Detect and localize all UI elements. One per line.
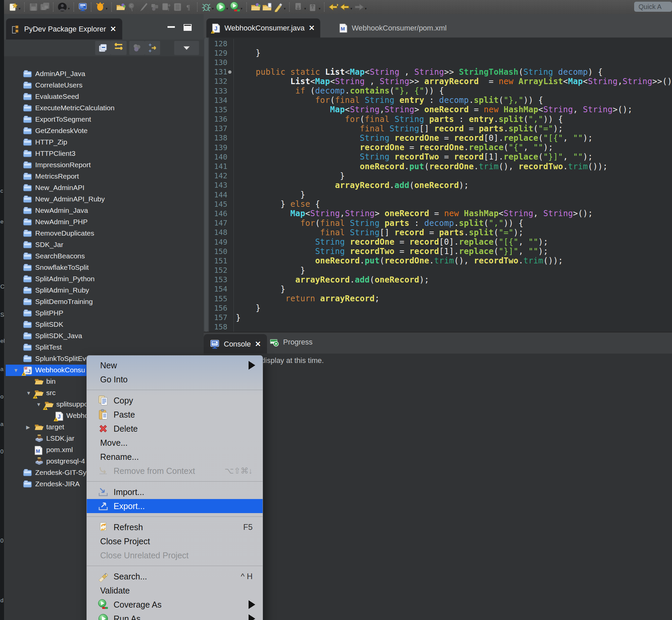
tree-item-adminapi-java[interactable]: AdminAPI_Java (4, 68, 204, 80)
registry-icon[interactable] (172, 1, 183, 13)
mark-occurrences-icon[interactable] (273, 1, 284, 13)
show-whitespace-icon[interactable]: ¶ (183, 1, 194, 13)
menu-item-label: Import... (114, 487, 145, 497)
focus-task-icon[interactable] (145, 41, 160, 55)
tree-item-searchbeacons[interactable]: SearchBeacons (4, 251, 204, 262)
menu-item-export[interactable]: Export... (87, 499, 263, 513)
tree-item-snowflaketosplit[interactable]: SnowflakeToSplit (4, 262, 204, 273)
menu-item-go-into[interactable]: Go Into (87, 372, 263, 386)
debug-icon[interactable] (201, 1, 212, 13)
tree-item-splitphp[interactable]: SplitPHP (4, 308, 204, 319)
menu-item-coverage-as[interactable]: Coverage As (87, 598, 263, 612)
team-sync-icon[interactable]: C (126, 1, 138, 13)
tree-item-splitsdk-java[interactable]: SplitSDK_Java (4, 330, 204, 342)
collapse-arrow-icon[interactable]: ▼ (36, 402, 41, 407)
java-editor[interactable]: 128129 }130131 public static List<Map<St… (204, 38, 672, 332)
user-profile-icon[interactable] (57, 1, 68, 13)
compare-icon[interactable] (161, 1, 172, 13)
menu-item-move[interactable]: Move... (87, 436, 263, 450)
tree-item-splitadmin-python[interactable]: SplitAdmin_Python (4, 273, 204, 285)
save-icon[interactable] (28, 1, 39, 13)
svg-text:M: M (36, 448, 40, 454)
expand-arrow-icon[interactable]: ▶ (26, 424, 30, 430)
annotation-ruler[interactable] (204, 38, 209, 332)
tree-item-new-adminapi-ruby[interactable]: New_AdminAPI_Ruby (4, 194, 204, 205)
java-file-icon: J (55, 411, 65, 421)
menu-item-validate[interactable]: Validate (87, 583, 263, 598)
tree-item-newadmin-java[interactable]: NewAdmin_Java (4, 205, 204, 216)
project-icon (23, 331, 33, 341)
menu-item-search[interactable]: Search...^ H (87, 569, 263, 583)
menu-item-close-project[interactable]: Close Project (87, 534, 263, 548)
menu-item-label: Paste (114, 410, 135, 420)
close-icon[interactable]: ✕ (110, 25, 116, 34)
forward-icon[interactable] (353, 1, 365, 13)
last-edit-location-icon[interactable] (328, 1, 339, 13)
tree-item-new-adminapi[interactable]: New_AdminAPI (4, 182, 204, 194)
tree-item-removeduplicates[interactable]: RemoveDuplicates (4, 228, 204, 239)
open-task-icon[interactable] (115, 1, 126, 13)
console-tab-progress[interactable]: Progress (269, 337, 313, 347)
open-clipboard-icon[interactable] (261, 1, 273, 13)
open-resource-icon[interactable] (250, 1, 261, 13)
save-all-icon[interactable] (39, 1, 51, 13)
code-line-154: 154 } (209, 285, 672, 294)
tree-item-splitadmin-ruby[interactable]: SplitAdmin_Ruby (4, 285, 204, 296)
tree-item-newadmin-php[interactable]: NewAdmin_PHP (4, 216, 204, 228)
menu-item-import[interactable]: Import... (87, 485, 263, 499)
coverage-icon[interactable] (229, 1, 241, 13)
project-icon (23, 343, 33, 352)
tree-item-splitdemotraining[interactable]: SplitDemoTraining (4, 296, 204, 308)
tree-item-http-zip[interactable]: HTTP_Zip (4, 137, 204, 148)
back-icon[interactable] (339, 1, 350, 13)
filters-icon[interactable] (129, 41, 145, 55)
menu-item-delete[interactable]: Delete (87, 422, 263, 436)
menu-item-paste[interactable]: Paste (87, 408, 263, 422)
tree-item-exporttosegment[interactable]: ExportToSegment (4, 114, 204, 125)
maximize-button[interactable] (183, 24, 191, 31)
menu-item-copy[interactable]: Copy (87, 394, 263, 408)
tree-item-label: postgresql-4 (46, 457, 85, 465)
tree-item-evaluateseed[interactable]: EvaluateSeed (4, 91, 204, 103)
menu-item-label: Run As (114, 614, 141, 620)
tree-item-correlateusers[interactable]: CorrelateUsers (4, 80, 204, 91)
quick-access-box[interactable]: Quick A (634, 2, 672, 12)
menu-item-rename[interactable]: Rename... (87, 450, 263, 464)
plugins-icon[interactable] (149, 1, 161, 13)
tree-item-getzendeskvote[interactable]: GetZendeskVote (4, 125, 204, 137)
close-icon[interactable]: ✕ (255, 340, 261, 349)
editor-tab-webhookconsumer-pom-xml[interactable]: MWebhookConsumer/pom.xml (334, 18, 452, 38)
view-menu-icon[interactable] (174, 41, 199, 55)
project-icon (23, 160, 33, 170)
line-number: 143 (209, 180, 234, 190)
menu-item-run-as[interactable]: Run As (87, 612, 263, 620)
next-annotation-icon[interactable] (293, 1, 304, 13)
collapse-all-icon[interactable] (95, 41, 111, 55)
console-view: No consoles to display at this time. (204, 354, 672, 620)
prev-annotation-icon[interactable] (307, 1, 319, 13)
tree-item-splittest[interactable]: SplitTest (4, 342, 204, 353)
tab-pydev-package-explorer[interactable]: PyDev Package Explorer ✕ (6, 18, 122, 40)
tree-item-impressionreport[interactable]: ImpressionReport (4, 159, 204, 171)
minimize-button[interactable] (168, 26, 175, 28)
collapse-arrow-icon[interactable]: ▼ (26, 390, 31, 396)
code-line-158: 158 (209, 322, 672, 332)
tree-item-httpclient3[interactable]: HTTPClient3 (4, 148, 204, 159)
project-icon (23, 252, 33, 261)
menu-item-refresh[interactable]: RefreshF5 (87, 520, 263, 534)
mylyn-task-icon[interactable] (95, 1, 106, 13)
run-icon[interactable] (215, 1, 226, 13)
menu-item-new[interactable]: New (87, 358, 263, 372)
link-with-editor-icon[interactable] (111, 41, 127, 55)
close-icon[interactable]: ✕ (309, 24, 315, 33)
new-wizard-icon[interactable] (7, 1, 19, 13)
remote-systems-icon[interactable] (77, 1, 89, 13)
tree-item-splitsdk[interactable]: SplitSDK (4, 319, 204, 330)
tree-item-executemetriccalculation[interactable]: ExecuteMetricCalculation (4, 103, 204, 114)
tree-item-sdk-jar[interactable]: SDK_Jar (4, 239, 204, 251)
cut-tool-icon[interactable] (138, 1, 149, 13)
collapse-arrow-icon[interactable]: ▼ (13, 367, 18, 373)
editor-tab-webhookconsumer-java[interactable]: JWebhookConsumer.java✕ (206, 18, 320, 38)
console-tab-console[interactable]: Console✕ (204, 334, 267, 354)
tree-item-metricsreport[interactable]: MetricsReport (4, 171, 204, 182)
